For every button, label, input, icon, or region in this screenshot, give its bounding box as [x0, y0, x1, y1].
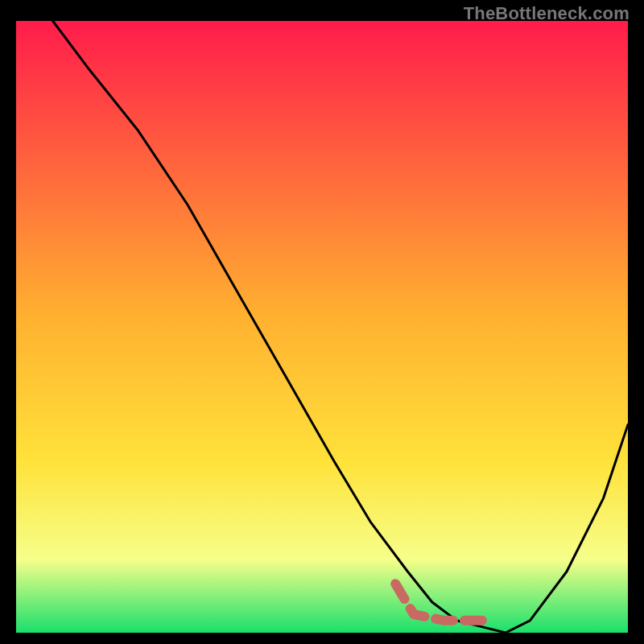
gradient-background — [16, 21, 628, 633]
chart-stage: TheBottleneck.com — [0, 0, 644, 644]
watermark-label: TheBottleneck.com — [464, 3, 630, 24]
plot-area — [16, 21, 628, 633]
bottleneck-chart — [16, 21, 628, 633]
